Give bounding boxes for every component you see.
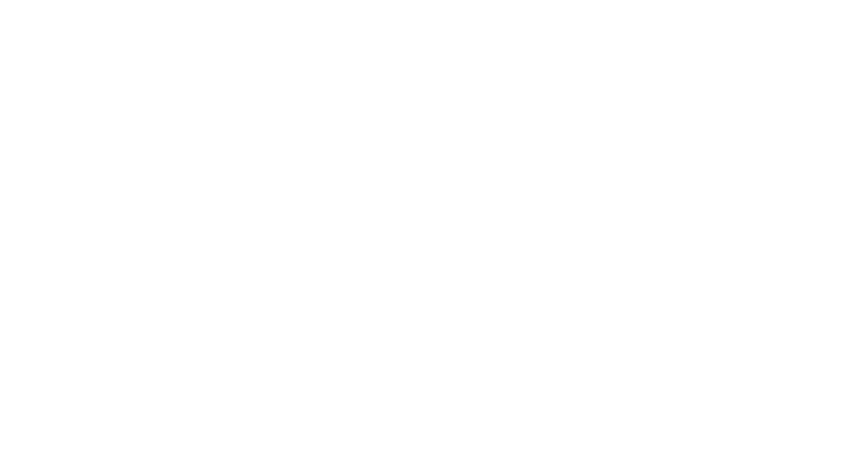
chart-container <box>0 0 868 476</box>
connector-lines <box>0 0 868 476</box>
